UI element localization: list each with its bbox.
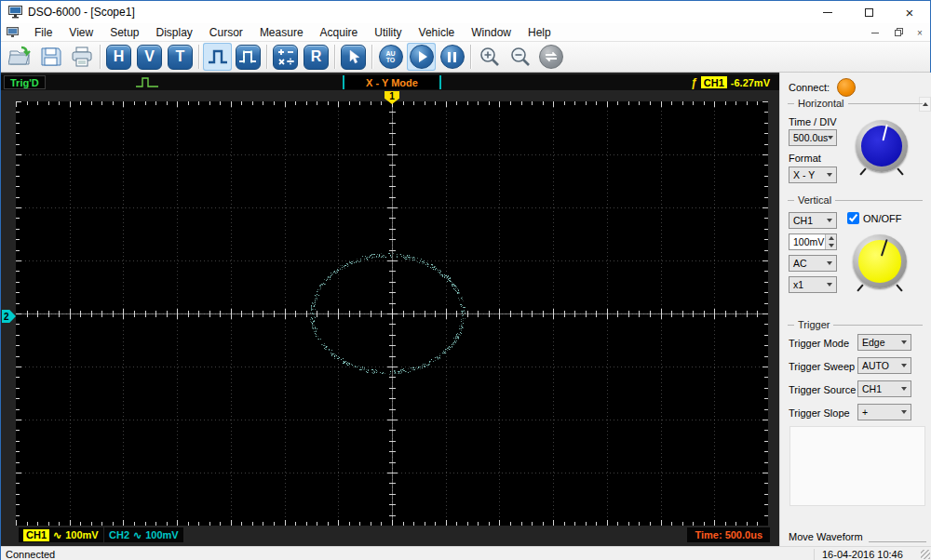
probe-select[interactable]: x1 xyxy=(789,276,837,293)
horizontal-knob[interactable] xyxy=(856,120,908,172)
close-icon: × xyxy=(906,5,914,20)
toolbar-separator xyxy=(470,45,471,69)
connect-button[interactable] xyxy=(837,78,856,97)
chevron-down-icon xyxy=(827,283,832,287)
ch2-position-marker[interactable]: 2 xyxy=(2,310,16,323)
document-icon xyxy=(7,27,19,38)
control-panel: Connect: Horizontal Time / DIV 500.0us F… xyxy=(779,73,931,546)
menu-setup[interactable]: Setup xyxy=(101,24,147,41)
trigger-level-value: -6.27mV xyxy=(731,77,770,88)
zoom-in-button[interactable] xyxy=(475,43,504,71)
toolbar: H V T R AUTO xyxy=(1,42,930,73)
folder-open-icon xyxy=(8,46,33,68)
mdi-close-icon: × xyxy=(917,28,923,38)
vertical-group-title: Vertical xyxy=(788,194,923,206)
format-select[interactable]: X - Y xyxy=(789,167,837,183)
chevron-down-icon xyxy=(901,410,907,414)
time-div-select[interactable]: 500.0us xyxy=(789,129,837,146)
printer-icon xyxy=(71,46,93,68)
zoom-out-button[interactable] xyxy=(506,43,534,71)
trigger-sweep-label: Trigger Sweep xyxy=(789,361,855,372)
onoff-checkbox[interactable] xyxy=(847,212,859,224)
close-button[interactable]: × xyxy=(889,1,930,23)
toolbar-separator xyxy=(198,45,199,69)
mdi-restore-button[interactable] xyxy=(891,26,904,39)
chevron-down-icon xyxy=(901,364,907,367)
menu-measure[interactable]: Measure xyxy=(251,24,312,41)
zoom-out-icon xyxy=(509,46,532,68)
stepper-down-button[interactable] xyxy=(826,242,836,249)
trigger-mode-label: Trigger Mode xyxy=(789,338,849,349)
move-waveform-slider[interactable] xyxy=(869,533,926,542)
stepper-up-button[interactable] xyxy=(826,234,836,242)
channel-onoff-toggle[interactable]: ON/OFF xyxy=(847,212,902,224)
connect-label: Connect: xyxy=(789,82,830,93)
knob-leg xyxy=(859,167,866,175)
mdi-close-button[interactable]: × xyxy=(913,26,926,39)
horizontal-group-title: Horizontal xyxy=(788,98,923,109)
menu-acquire[interactable]: Acquire xyxy=(312,24,367,41)
vertical-setup-button[interactable]: V xyxy=(135,43,164,71)
trigger-setup-button[interactable]: T xyxy=(166,43,195,71)
menu-view[interactable]: View xyxy=(61,24,101,41)
save-button[interactable] xyxy=(36,43,65,71)
volts-div-stepper[interactable]: 100mV xyxy=(789,233,837,250)
chevron-down-icon xyxy=(828,136,833,140)
self-calibration-button[interactable] xyxy=(536,43,565,71)
time-div-label: Time / DIV xyxy=(789,116,837,127)
vertical-knob[interactable] xyxy=(853,234,907,288)
trigger-pulse-icon xyxy=(134,76,160,88)
trigger-mode-select[interactable]: Edge xyxy=(857,334,911,351)
menu-utility[interactable]: Utility xyxy=(366,24,410,41)
status-bar: Connected 16-04-2016 10:46 xyxy=(1,546,931,560)
zoom-in-icon xyxy=(479,46,501,68)
trigger-level-icon: ƒ xyxy=(691,76,697,89)
horizontal-setup-button[interactable]: H xyxy=(104,43,133,71)
menu-help[interactable]: Help xyxy=(519,24,560,41)
menu-file[interactable]: File xyxy=(26,24,61,41)
floppy-disk-icon xyxy=(40,46,62,68)
pause-button[interactable] xyxy=(438,43,466,71)
scope-status-bar: Trig'D X - Y Mode ƒ CH1 -6.27mV xyxy=(1,74,779,90)
trigger-group-title: Trigger xyxy=(788,319,923,330)
trigger-readout: ƒ CH1 -6.27mV xyxy=(691,75,770,89)
chevron-up-icon xyxy=(923,102,928,106)
auto-set-button[interactable]: AUTO xyxy=(376,43,405,71)
menu-window[interactable]: Window xyxy=(463,24,519,41)
scope-channel-bar: CH1 ∿ 100mV CH2 ∿ 100mV Time: 500.0us xyxy=(1,527,779,543)
reference-button[interactable]: R xyxy=(302,43,331,71)
mdi-minimize-button[interactable] xyxy=(869,26,882,39)
cursor-tool-button[interactable] xyxy=(339,43,368,71)
connection-status: Connected xyxy=(1,549,814,560)
resize-grip-icon[interactable] xyxy=(921,550,930,559)
onoff-label: ON/OFF xyxy=(863,213,902,224)
menu-cursor[interactable]: Cursor xyxy=(201,24,251,41)
minimize-button[interactable] xyxy=(807,1,848,23)
coupling-select[interactable]: AC xyxy=(789,255,837,272)
menu-display[interactable]: Display xyxy=(148,24,201,41)
run-button[interactable] xyxy=(407,43,436,71)
ch1-coupling-icon: ∿ xyxy=(53,529,61,541)
ch2-readout: CH2 ∿ 100mV xyxy=(104,527,183,542)
channel-select[interactable]: CH1 xyxy=(789,212,837,229)
ch1-badge: CH1 xyxy=(23,529,49,541)
ch2-scale-value: 100mV xyxy=(145,529,178,540)
open-file-button[interactable] xyxy=(6,43,34,71)
menu-vehicle[interactable]: Vehicle xyxy=(411,24,464,41)
print-button[interactable] xyxy=(67,43,96,71)
trigger-source-select[interactable]: CH1 xyxy=(857,380,911,397)
ch1-readout: CH1 ∿ 100mV xyxy=(19,527,103,542)
waveform-canvas[interactable] xyxy=(16,101,768,526)
trigger-sweep-select[interactable]: AUTO xyxy=(857,357,911,374)
trigger-slope-select[interactable]: + xyxy=(857,404,911,420)
timebase-readout: Time: 500.0us xyxy=(687,527,770,542)
scope-graticule[interactable] xyxy=(16,101,768,526)
ch1-scale-value: 100mV xyxy=(65,529,98,540)
main-area: Trig'D X - Y Mode ƒ CH1 -6.27mV 1 2 CH1 xyxy=(1,73,931,546)
maximize-icon xyxy=(865,8,873,17)
pulse-waveform-button[interactable] xyxy=(203,43,232,71)
maximize-button[interactable] xyxy=(848,1,889,23)
ch2-coupling-icon: ∿ xyxy=(133,529,142,541)
math-button[interactable] xyxy=(271,43,300,71)
pulse-measure-button[interactable] xyxy=(234,43,263,71)
